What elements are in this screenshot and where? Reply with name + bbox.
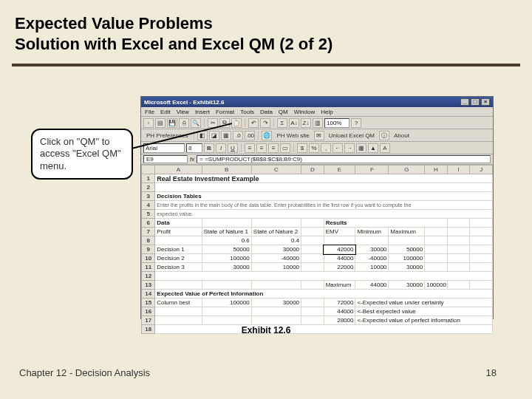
cell-A14[interactable]: Expected Value of Perfect Information: [155, 290, 493, 299]
menu-window[interactable]: Window: [294, 109, 315, 115]
zoom-combo[interactable]: 100%: [324, 118, 349, 128]
cell-C8[interactable]: 0.4: [251, 236, 301, 245]
row-15[interactable]: 15: [142, 299, 155, 307]
help-icon[interactable]: ?: [351, 118, 361, 128]
about-button[interactable]: About: [391, 132, 412, 140]
col-I[interactable]: I: [447, 166, 470, 174]
cell-A3[interactable]: Decision Tables: [155, 192, 493, 201]
cell-A6[interactable]: Data: [155, 219, 202, 228]
cell-F7[interactable]: Minimum: [355, 228, 389, 236]
cell-C9[interactable]: 30000: [251, 245, 301, 254]
outline-icon[interactable]: ◪: [209, 131, 219, 140]
indent-dec-icon[interactable]: ←: [332, 143, 343, 153]
italic-icon[interactable]: I: [216, 143, 226, 153]
cell-A9[interactable]: Decision 1: [155, 245, 202, 254]
cell-B15[interactable]: 100000: [202, 299, 251, 307]
maximize-button[interactable]: □: [471, 98, 480, 106]
cell-B11[interactable]: 30000: [202, 263, 251, 272]
cell-A1[interactable]: Real Estate Investment Example: [155, 174, 493, 183]
menu-data[interactable]: Data: [260, 109, 273, 115]
cell-G7[interactable]: Maximum: [389, 228, 425, 236]
row-6[interactable]: 6: [142, 219, 155, 228]
cell-B10[interactable]: 100000: [202, 254, 251, 263]
name-box[interactable]: E9: [143, 155, 188, 163]
menu-format[interactable]: Format: [216, 109, 234, 115]
cell-E17[interactable]: 28000: [324, 316, 355, 325]
cell-H13[interactable]: 100000: [425, 281, 448, 290]
col-B[interactable]: B: [202, 166, 251, 174]
cell-A10[interactable]: Decision 2: [155, 254, 202, 263]
percent-icon[interactable]: %: [309, 143, 319, 153]
cell-C15[interactable]: 30000: [251, 299, 301, 307]
cell-G13[interactable]: 30000: [389, 281, 425, 290]
row-13[interactable]: 13: [142, 281, 155, 290]
row-3[interactable]: 3: [142, 192, 155, 201]
row-17[interactable]: 17: [142, 316, 155, 325]
underline-icon[interactable]: U: [228, 143, 238, 153]
grid-icon[interactable]: ▦: [221, 131, 231, 140]
align-center-icon[interactable]: ≡: [256, 143, 267, 153]
col-J[interactable]: J: [470, 166, 493, 174]
borders-icon[interactable]: ▦: [356, 143, 366, 153]
font-size-combo[interactable]: 8: [186, 143, 202, 153]
cell-F15[interactable]: <-Expected value under certainty: [355, 299, 493, 307]
currency-icon[interactable]: $: [297, 143, 307, 153]
menu-qm[interactable]: QM: [279, 109, 288, 115]
row-12[interactable]: 12: [142, 272, 155, 281]
cell-E10[interactable]: 44000: [324, 254, 355, 263]
cell-E16[interactable]: 44000: [324, 307, 355, 316]
cell-F17[interactable]: <-Expected value of perfect information: [355, 316, 493, 325]
preview-icon[interactable]: 🔍: [191, 118, 201, 128]
row-7[interactable]: 7: [142, 228, 155, 236]
save-icon[interactable]: 💾: [167, 118, 177, 128]
cell-E6[interactable]: Results: [324, 219, 447, 228]
cell-G10[interactable]: 100000: [389, 254, 425, 263]
unload-qm-button[interactable]: Unload Excel QM: [326, 132, 378, 140]
cell-F9[interactable]: 30000: [355, 245, 389, 254]
cell-B7[interactable]: State of Nature 1: [202, 228, 251, 236]
dec-inc-icon[interactable]: .0: [233, 131, 243, 140]
cell-C11[interactable]: 10000: [251, 263, 301, 272]
row-16[interactable]: 16: [142, 307, 155, 316]
print-icon[interactable]: ⎙: [179, 118, 189, 128]
cell-F16[interactable]: <-Best expected value: [355, 307, 493, 316]
col-C[interactable]: C: [251, 166, 301, 174]
cell-A11[interactable]: Decision 3: [155, 263, 202, 272]
mail-icon[interactable]: ✉: [314, 131, 324, 140]
indent-inc-icon[interactable]: →: [344, 143, 355, 153]
menu-tools[interactable]: Tools: [240, 109, 254, 115]
cell-F11[interactable]: 10000: [355, 263, 389, 272]
align-left-icon[interactable]: ≡: [245, 143, 255, 153]
cell-A7[interactable]: Profit: [155, 228, 202, 236]
menu-insert[interactable]: Insert: [195, 109, 210, 115]
sort-asc-icon[interactable]: A↓: [289, 118, 299, 128]
row-14[interactable]: 14: [142, 290, 155, 299]
undo-icon[interactable]: ↶: [248, 118, 259, 128]
cell-E9[interactable]: 42000: [324, 245, 355, 254]
worksheet-grid[interactable]: A B C D E F G H I J 1Real Estate Investm…: [141, 165, 493, 334]
font-color-icon[interactable]: A: [380, 143, 390, 153]
new-icon[interactable]: ▫: [143, 118, 154, 128]
row-11[interactable]: 11: [142, 263, 155, 272]
cell-A5[interactable]: expected value.: [155, 210, 493, 219]
menu-file[interactable]: File: [145, 109, 154, 115]
menu-help[interactable]: Help: [321, 109, 332, 115]
cell-C10[interactable]: -40000: [251, 254, 301, 263]
col-G[interactable]: G: [389, 166, 425, 174]
bold-icon[interactable]: B: [204, 143, 214, 153]
col-A[interactable]: A: [155, 166, 202, 174]
row-8[interactable]: 8: [142, 236, 155, 245]
formula-input[interactable]: = =SUMPRODUCT($B$8:$C$8,B9:C9): [197, 155, 491, 163]
info-icon[interactable]: ⓘ: [379, 131, 389, 140]
menu-view[interactable]: View: [177, 109, 189, 115]
row-5[interactable]: 5: [142, 210, 155, 219]
open-icon[interactable]: ▤: [155, 118, 166, 128]
cell-E13[interactable]: Maximum: [324, 281, 355, 290]
autosum-icon[interactable]: Σ: [277, 118, 287, 128]
col-F[interactable]: F: [355, 166, 389, 174]
align-right-icon[interactable]: ≡: [268, 143, 279, 153]
cell-B8[interactable]: 0.6: [202, 236, 251, 245]
cell-E11[interactable]: 22000: [324, 263, 355, 272]
col-D[interactable]: D: [301, 166, 324, 174]
comma-icon[interactable]: ,: [321, 143, 331, 153]
